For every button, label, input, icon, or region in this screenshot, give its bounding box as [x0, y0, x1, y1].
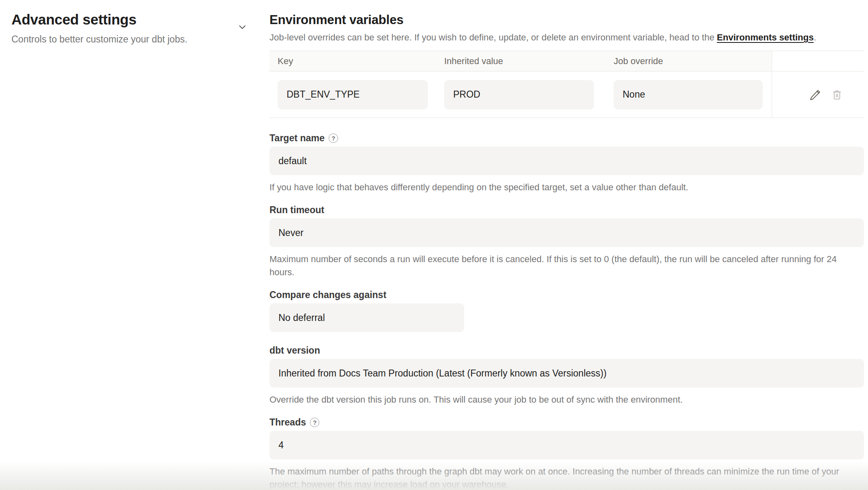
section-header-panel: Advanced settings Controls to better cus…: [0, 0, 269, 490]
compare-changes-select[interactable]: No deferral: [269, 303, 464, 332]
advanced-settings-content: Environment variables Job-level override…: [269, 0, 868, 490]
env-vars-table-header: Key Inherited value Job override: [269, 51, 864, 71]
column-header-job-override: Job override: [614, 51, 772, 71]
delete-env-var-button[interactable]: [831, 89, 843, 100]
environment-variables-heading: Environment variables: [269, 11, 864, 29]
help-icon[interactable]: ?: [310, 418, 319, 427]
field-target-name: Target name ? default If you have logic …: [269, 132, 864, 194]
pencil-icon: [809, 89, 821, 101]
run-timeout-input[interactable]: Never: [269, 218, 864, 247]
advanced-settings-page: Advanced settings Controls to better cus…: [0, 0, 868, 490]
column-header-key: Key: [269, 51, 444, 71]
field-dbt-version: dbt version Inherited from Docs Team Pro…: [269, 344, 864, 406]
env-var-key-input: DBT_ENV_TYPE: [278, 80, 428, 109]
dbt-version-select[interactable]: Inherited from Docs Team Production (Lat…: [269, 359, 864, 388]
env-var-inherited-cell: PROD: [444, 80, 614, 109]
dbt-version-helper-text: Override the dbt version this job runs o…: [269, 393, 864, 406]
dbt-version-label: dbt version: [269, 344, 320, 356]
environment-variables-description: Job-level overrides can be set here. If …: [269, 31, 864, 44]
env-var-override-cell: None: [614, 80, 772, 109]
chevron-down-icon: [237, 22, 248, 33]
run-timeout-helper-text: Maximum number of seconds a run will exe…: [269, 253, 864, 279]
env-var-table-row: DBT_ENV_TYPE PROD None: [269, 71, 864, 118]
target-name-label: Target name: [269, 132, 325, 144]
page-title: Advanced settings: [11, 11, 269, 29]
env-var-job-override-input[interactable]: None: [614, 80, 763, 109]
field-compare-changes-against: Compare changes against No deferral: [269, 289, 864, 332]
environments-settings-link[interactable]: Environments settings: [717, 32, 814, 42]
help-icon[interactable]: ?: [329, 134, 338, 143]
field-threads: Threads ? 4 The maximum number of paths …: [269, 416, 864, 490]
run-timeout-label: Run timeout: [269, 204, 324, 216]
column-header-actions: [772, 51, 864, 71]
trash-icon: [831, 89, 843, 100]
threads-input[interactable]: 4: [269, 431, 864, 459]
target-name-input[interactable]: default: [269, 147, 864, 175]
target-name-helper-text: If you have logic that behaves different…: [269, 181, 864, 194]
threads-helper-text: The maximum number of paths through the …: [269, 465, 864, 490]
column-header-inherited-value: Inherited value: [444, 51, 614, 71]
collapse-section-button[interactable]: [236, 21, 248, 33]
env-var-key-cell: DBT_ENV_TYPE: [269, 80, 444, 109]
compare-changes-label: Compare changes against: [269, 289, 386, 301]
threads-label: Threads: [269, 416, 306, 428]
page-subtitle: Controls to better customize your dbt jo…: [11, 33, 269, 46]
field-run-timeout: Run timeout Never Maximum number of seco…: [269, 204, 864, 279]
edit-env-var-button[interactable]: [809, 89, 821, 101]
env-var-inherited-value-input: PROD: [444, 80, 594, 109]
env-var-actions-cell: [772, 71, 864, 118]
env-vars-table: Key Inherited value Job override DBT_ENV…: [269, 51, 864, 118]
description-period: .: [814, 32, 816, 42]
description-text: Job-level overrides can be set here. If …: [269, 32, 717, 42]
